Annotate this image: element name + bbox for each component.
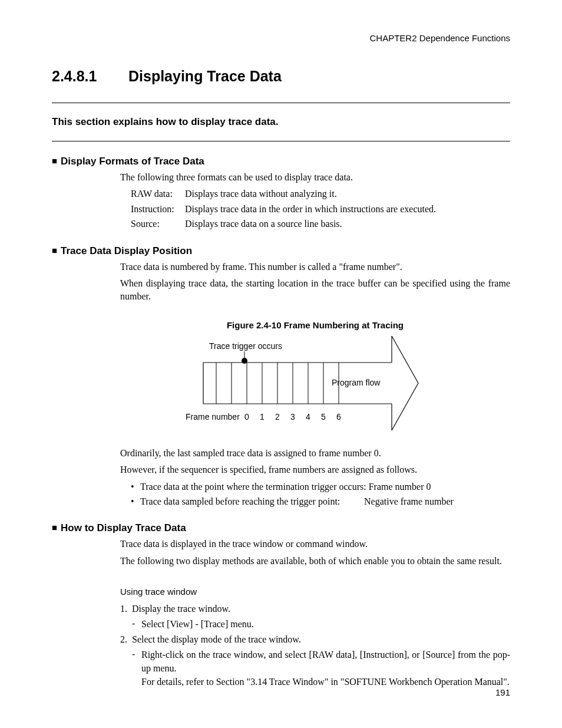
definition-desc: Displays trace data on a source line bas… — [185, 218, 342, 230]
section-title: Displaying Trace Data — [128, 68, 282, 84]
paragraph: Trace data is displayed in the trace win… — [120, 538, 510, 551]
dash-icon: - — [132, 617, 141, 631]
tick-label: 1 — [260, 412, 265, 421]
paragraph: However, if the sequencer is specified, … — [120, 463, 510, 476]
definition-row: Source:Displays trace data on a source l… — [131, 218, 510, 230]
tick-label: 6 — [336, 412, 341, 421]
rule-bottom — [52, 141, 510, 141]
square-bullet-icon: ■ — [52, 522, 57, 532]
figure: Trace trigger occurs Program flow Fr — [120, 336, 510, 436]
bullet-item: •Trace data at the point where the termi… — [131, 480, 510, 493]
heading-text: How to Display Trace Data — [61, 522, 186, 533]
sub-step: -Right-click on the trace window, and se… — [132, 648, 510, 689]
square-bullet-icon: ■ — [52, 156, 57, 166]
list-step: 1.Display the trace window. — [120, 602, 510, 615]
section-body-3: Trace data is displayed in the trace win… — [120, 538, 510, 689]
figure-caption: Figure 2.4-10 Frame Numbering at Tracing — [120, 319, 510, 331]
frame-number-label: Frame number — [186, 412, 240, 421]
step-text: Select the display mode of the trace win… — [132, 633, 510, 646]
chapter-header: CHAPTER2 Dependence Functions — [52, 33, 510, 43]
bullet-text-left: Trace data sampled before reaching the t… — [140, 495, 364, 508]
tick-label: 0 — [244, 412, 249, 421]
square-bullet-icon: ■ — [52, 245, 57, 255]
definition-desc: Displays trace data in the order in whic… — [185, 203, 436, 216]
sub-heading-using-trace-window: Using trace window — [120, 585, 510, 598]
paragraph: Ordinarily, the last sampled trace data … — [120, 447, 510, 460]
page-number: 191 — [495, 687, 510, 697]
definition-row: RAW data:Displays trace data without ana… — [131, 187, 510, 200]
section-number: 2.4.8.1 — [52, 68, 128, 85]
bullet-text: Trace data at the point where the termin… — [140, 480, 431, 493]
trigger-label: Trace trigger occurs — [209, 341, 282, 351]
definition-label: RAW data: — [131, 187, 185, 200]
step-text: Display the trace window. — [132, 602, 510, 615]
definition-row: Instruction:Displays trace data in the o… — [131, 203, 510, 216]
bullet-text-right: Negative frame number — [364, 495, 454, 508]
flow-label: Program flow — [332, 378, 381, 387]
bullet-item: •Trace data sampled before reaching the … — [131, 495, 510, 508]
definition-desc: Displays trace data without analyzing it… — [185, 187, 337, 200]
sub-step-text: Select [View] - [Trace] menu. — [141, 617, 510, 631]
bullet-list: •Trace data at the point where the termi… — [131, 480, 510, 509]
sub-step: -Select [View] - [Trace] menu. — [132, 617, 510, 631]
rule-top — [52, 103, 510, 103]
definition-list: RAW data:Displays trace data without ana… — [120, 187, 510, 230]
paragraph: The following two display methods are av… — [120, 555, 510, 568]
step-number: 1. — [120, 602, 132, 615]
sub-step-text: Right-click on the trace window, and sel… — [141, 648, 510, 689]
section-body-1: The following three formats can be used … — [120, 171, 510, 231]
tick-label: 2 — [275, 412, 280, 421]
dash-icon: - — [132, 648, 141, 689]
heading-text: Trace Data Display Position — [61, 245, 192, 256]
definition-label: Instruction: — [131, 203, 185, 216]
intro-text: This section explains how to display tra… — [52, 116, 510, 128]
list-step: 2.Select the display mode of the trace w… — [120, 633, 510, 646]
paragraph: When displaying trace data, the starting… — [120, 277, 510, 304]
numbered-list: 1.Display the trace window.-Select [View… — [120, 602, 510, 689]
paragraph: The following three formats can be used … — [120, 171, 510, 184]
paragraph: Trace data is numbered by frame. This nu… — [120, 261, 510, 274]
frame-numbering-diagram: Trace trigger occurs Program flow Fr — [186, 336, 445, 436]
tick-label: 3 — [290, 412, 295, 421]
heading-text: Display Formats of Trace Data — [61, 156, 204, 167]
definition-label: Source: — [131, 218, 185, 230]
section-body-2: Trace data is numbered by frame. This nu… — [120, 261, 510, 509]
tick-label: 4 — [306, 412, 310, 421]
tick-label: 5 — [321, 412, 326, 421]
heading-how-to-display: ■How to Display Trace Data — [52, 522, 510, 534]
section-title-row: 2.4.8.1Displaying Trace Data — [52, 68, 510, 85]
bullet-dot-icon: • — [131, 480, 140, 493]
step-number: 2. — [120, 633, 132, 646]
bullet-dot-icon: • — [131, 495, 140, 508]
heading-display-position: ■Trace Data Display Position — [52, 245, 510, 257]
heading-display-formats: ■Display Formats of Trace Data — [52, 156, 510, 167]
page: CHAPTER2 Dependence Functions 2.4.8.1Dis… — [0, 0, 562, 714]
